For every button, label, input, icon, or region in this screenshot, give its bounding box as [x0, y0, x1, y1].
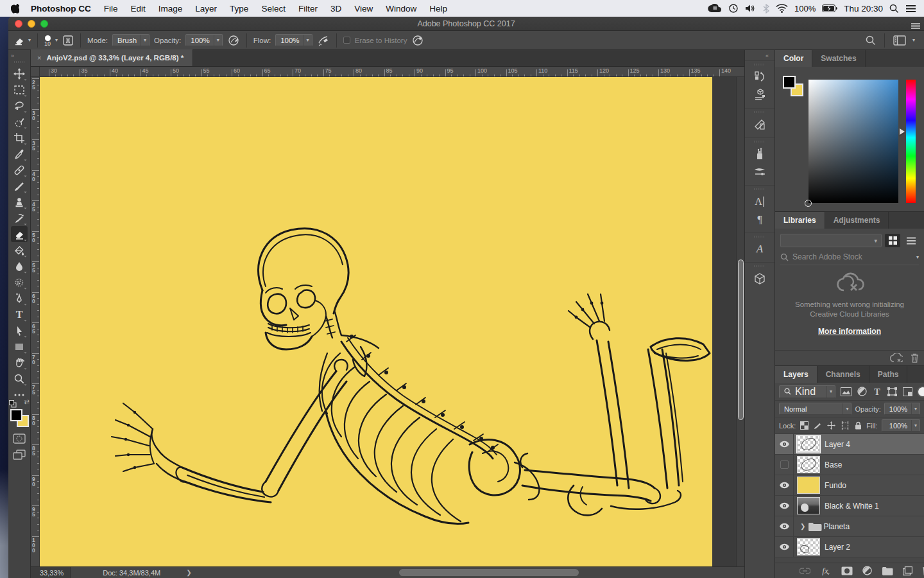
horizontal-scrollbar-thumb[interactable] [399, 569, 579, 576]
panel-tab[interactable]: Libraries [775, 212, 825, 229]
layer-row[interactable]: Layer 2 [775, 537, 924, 557]
workspace-chevron[interactable]: ▾ [912, 37, 915, 43]
layers-panel-menu-icon[interactable] [911, 21, 920, 32]
minimize-window-button[interactable] [28, 20, 35, 28]
brush-picker-chevron[interactable]: ▾ [55, 37, 58, 43]
mode-select[interactable]: Brush▾ [112, 34, 150, 46]
tool-dodge[interactable] [11, 274, 28, 290]
zoom-window-button[interactable] [40, 20, 48, 28]
filter-pixel-layers-icon[interactable] [841, 387, 851, 396]
layer-row[interactable]: Base [775, 455, 924, 475]
lock-pixels-icon[interactable] [814, 421, 822, 430]
erase-to-history-checkbox[interactable] [343, 37, 350, 44]
menu-item[interactable]: Edit [124, 4, 152, 13]
tool-rectangular-marquee[interactable] [11, 82, 28, 98]
canvas[interactable] [40, 77, 712, 566]
ruler-horizontal[interactable]: 3035404550556065707580859095100105110115… [40, 67, 744, 77]
brush-presets-panel-button[interactable] [750, 145, 769, 163]
creative-cloud-status-icon[interactable] [708, 4, 722, 13]
menu-item[interactable]: Select [255, 4, 292, 13]
layer-row[interactable]: ❯ Planeta [775, 516, 924, 537]
new-adjustment-layer-icon[interactable] [862, 566, 872, 575]
visibility-cell[interactable] [775, 537, 794, 557]
smoothing-icon[interactable] [411, 35, 424, 46]
visibility-cell[interactable] [775, 475, 794, 495]
brush-settings-panel-button[interactable] [750, 163, 769, 181]
menu-item[interactable]: Layer [189, 4, 223, 13]
toolbar-collapse-icon[interactable]: » [11, 53, 13, 59]
status-chevron-icon[interactable]: ❯ [186, 569, 191, 576]
search-icon[interactable] [866, 35, 876, 46]
new-group-icon[interactable] [882, 566, 893, 575]
menu-item[interactable]: Window [379, 4, 423, 13]
zoom-level-field[interactable]: 33,33% [31, 567, 71, 578]
layer-name[interactable]: Base [825, 460, 842, 469]
3d-panel-button[interactable] [750, 270, 769, 288]
sync-error-icon[interactable] [890, 353, 903, 363]
menu-item[interactable]: Help [423, 4, 454, 13]
blend-mode-select[interactable]: Normal▾ [779, 403, 851, 415]
workspace-switcher-icon[interactable] [893, 35, 906, 46]
layer-name[interactable]: Planeta [823, 522, 850, 531]
grid-view-button[interactable] [885, 234, 900, 247]
wifi-icon[interactable] [776, 4, 788, 13]
opacity-select[interactable]: 100%▾ [185, 34, 222, 46]
hue-strip[interactable] [906, 80, 916, 203]
tab-close-icon[interactable]: × [37, 54, 41, 62]
saturation-brightness-field[interactable] [809, 80, 898, 203]
layer-filter-toggle[interactable] [918, 387, 924, 396]
glyphs-panel-button[interactable]: A [750, 240, 769, 258]
menu-item[interactable]: File [98, 4, 124, 13]
quick-mask-button[interactable] [13, 434, 26, 444]
lock-position-icon[interactable] [827, 421, 835, 430]
panel-tab[interactable]: Adjustments [825, 212, 889, 229]
layer-thumbnail[interactable] [797, 477, 820, 494]
layer-row[interactable]: Fundo [775, 475, 924, 496]
menu-item[interactable]: Type [223, 4, 255, 13]
hue-slider-arrow[interactable] [900, 128, 905, 135]
color-picker-marker[interactable] [805, 200, 812, 207]
dock-expand-icon[interactable]: « [766, 53, 768, 59]
document-tab[interactable]: × AnjoV2.psd @ 33,3% (Layer 4, RGB/8) * [31, 49, 193, 66]
layer-thumbnail[interactable] [797, 538, 820, 556]
tool-lasso[interactable] [11, 98, 28, 114]
panel-tab[interactable]: Channels [817, 366, 869, 383]
volume-icon[interactable] [745, 4, 757, 13]
panel-tab[interactable]: Swatches [812, 50, 865, 67]
panel-color-wells[interactable] [783, 76, 805, 98]
flow-select[interactable]: 100%▾ [275, 34, 312, 46]
eraser-tool-preset[interactable]: ▾ [13, 35, 31, 46]
menu-item[interactable]: 3D [324, 4, 348, 13]
new-layer-icon[interactable] [903, 566, 912, 575]
layer-style-icon[interactable]: fx [820, 566, 832, 575]
filter-adjustment-layers-icon[interactable] [857, 387, 867, 396]
layer-row[interactable]: Layer 4 [775, 434, 924, 455]
delete-library-icon[interactable] [911, 353, 919, 363]
menu-item[interactable]: Image [152, 4, 189, 13]
tool-eraser[interactable] [11, 226, 28, 242]
clone-source-panel-button[interactable] [750, 116, 769, 134]
library-select[interactable]: ▾ [780, 234, 882, 247]
history-panel-button[interactable] [750, 68, 769, 86]
airbrush-icon[interactable] [317, 35, 330, 46]
ruler-vertical[interactable]: 2 53 03 54 04 55 05 56 06 57 07 58 08 59… [31, 77, 40, 566]
tool-blur[interactable] [11, 258, 28, 274]
time-machine-icon[interactable] [728, 3, 739, 13]
tool-gradient[interactable] [11, 242, 28, 258]
vertical-scrollbar-thumb[interactable] [738, 259, 744, 420]
layer-name[interactable]: Layer 2 [825, 543, 850, 552]
filter-smart-objects-icon[interactable] [903, 387, 912, 396]
foreground-color-swatch[interactable] [10, 409, 22, 421]
ruler-origin-corner[interactable] [31, 67, 40, 77]
list-view-button[interactable] [903, 234, 919, 247]
panel-foreground-swatch[interactable] [783, 76, 796, 89]
search-chevron[interactable]: ▾ [916, 254, 919, 260]
layer-row[interactable]: Black & White 1 [775, 496, 924, 516]
group-chevron-icon[interactable]: ❯ [800, 523, 805, 530]
tool-shape[interactable] [11, 338, 28, 355]
tool-path-selection[interactable] [11, 322, 28, 338]
menubar-clock[interactable]: Thu 20:30 [844, 4, 883, 13]
more-information-link[interactable]: More information [818, 327, 881, 336]
paragraph-panel-button[interactable]: ¶ [750, 211, 769, 229]
3d-material-panel-button[interactable] [750, 86, 769, 104]
